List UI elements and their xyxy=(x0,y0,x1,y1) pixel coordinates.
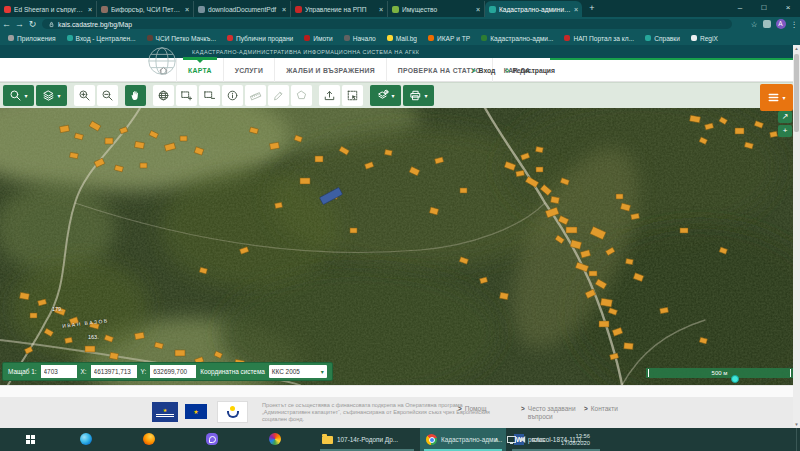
show-desktop-button[interactable] xyxy=(796,428,800,451)
bookmark-favicon xyxy=(481,35,487,41)
lock-icon xyxy=(48,21,55,28)
hamburger-menu-icon xyxy=(767,91,780,104)
x-coordinate-input[interactable] xyxy=(91,365,137,378)
map-canvas[interactable]: 179. ИВАН ВАЗОВ 163. ↗ + Мащаб 1: X: Y: … xyxy=(0,108,793,385)
bookmark-favicon xyxy=(67,35,73,41)
extension-icon[interactable] xyxy=(763,20,771,28)
rect-plus-icon xyxy=(180,89,193,102)
bookmark-label: RegiX xyxy=(700,35,718,42)
maximize-button[interactable]: □ xyxy=(752,0,776,16)
bookmark-item[interactable]: ИКАР и ТР xyxy=(428,35,470,42)
scroll-down-icon[interactable]: ▼ xyxy=(793,422,800,427)
browser-tab[interactable]: Бифорсър, ЧСИ Петко Мачкъ... × xyxy=(97,1,194,17)
expand-map-button[interactable]: ↗ xyxy=(778,111,792,123)
tab-close-icon[interactable]: × xyxy=(282,6,286,13)
crs-value: ККС 2005 xyxy=(272,368,300,375)
clock[interactable]: 13:56 17/08/2020 xyxy=(546,428,590,451)
footer-link-contacts[interactable]: >Контакти xyxy=(584,405,618,412)
language-indicator[interactable]: ENG xyxy=(532,428,545,451)
footer-link-help[interactable]: >Помощ xyxy=(458,405,487,412)
crs-select[interactable]: ККС 2005 ▾ xyxy=(269,365,327,378)
zoom-in-button[interactable] xyxy=(74,85,95,106)
nav-item[interactable]: КАРТА xyxy=(176,58,223,82)
register-label: Регистрация xyxy=(512,67,555,74)
bookmark-item[interactable]: ЧСИ Петко Мачкъ... xyxy=(147,35,216,42)
new-tab-button[interactable]: + xyxy=(584,0,600,16)
import-tool-button[interactable] xyxy=(319,85,340,106)
legend-button[interactable]: ▾ xyxy=(370,85,401,106)
bookmark-item[interactable]: НАП Портал за кл... xyxy=(564,35,634,42)
forward-icon[interactable]: → xyxy=(13,19,26,29)
scrollbar-thumb[interactable] xyxy=(794,54,799,132)
browser-menu-icon[interactable]: ⋮ xyxy=(791,20,799,29)
overview-tool-button[interactable] xyxy=(153,85,174,106)
tab-close-icon[interactable]: × xyxy=(88,6,92,13)
browser-tab[interactable]: Имущество × xyxy=(388,1,485,17)
tab-close-icon[interactable]: × xyxy=(379,6,383,13)
footer-link-faq[interactable]: >Често задавани въпроси xyxy=(521,405,585,420)
edge-icon[interactable] xyxy=(80,433,92,445)
back-icon[interactable]: ← xyxy=(0,19,13,29)
tab-close-icon[interactable]: × xyxy=(476,6,480,13)
url-field[interactable]: kais.cadastre.bg/bg/Map xyxy=(42,19,732,29)
rect-minus-icon xyxy=(203,89,216,102)
reload-icon[interactable]: ↻ xyxy=(26,19,39,29)
tray-expand-icon[interactable]: ∧ xyxy=(494,428,499,451)
map-zoom-plus-button[interactable]: + xyxy=(778,125,792,137)
measure-tool-button[interactable] xyxy=(245,85,266,106)
login-link[interactable]: >Вход xyxy=(471,67,495,74)
bookmark-item[interactable]: Публични продани xyxy=(227,35,293,42)
search-tool-button[interactable]: ▾ xyxy=(3,85,34,106)
taskbar-window-label: 107-14г-Родопи Др... xyxy=(337,436,398,443)
colorful-app-icon[interactable] xyxy=(269,433,281,445)
side-panel-menu-button[interactable]: ▾ xyxy=(760,84,793,111)
bookmark-item[interactable]: Имоти xyxy=(304,35,333,42)
bookmark-star-icon[interactable]: ☆ xyxy=(751,20,758,29)
pan-tool-button[interactable] xyxy=(125,85,146,106)
browser-tab[interactable]: Управление на РПП × xyxy=(291,1,388,17)
chevron-down-icon: ▾ xyxy=(24,93,27,99)
zoom-rect-in-button[interactable] xyxy=(176,85,197,106)
tab-close-icon[interactable]: × xyxy=(574,6,578,13)
nav-item[interactable]: УСЛУГИ xyxy=(223,58,275,82)
bookmark-item[interactable]: RegiX xyxy=(691,35,718,42)
start-button[interactable] xyxy=(26,435,35,444)
page-scrollbar[interactable]: ▲ ▼ xyxy=(793,45,800,428)
register-link[interactable]: >Регистрация xyxy=(505,67,555,74)
polygon-tool-button[interactable] xyxy=(291,85,312,106)
browser-tab[interactable]: Ed Sheeran и съпругата му ... × xyxy=(0,1,97,17)
tab-title: Имущество xyxy=(402,6,473,13)
bookmark-item[interactable]: Кадастрално-адми... xyxy=(481,35,553,42)
viber-icon[interactable] xyxy=(206,433,218,445)
close-button[interactable]: × xyxy=(776,0,800,16)
bookmark-favicon xyxy=(304,35,310,41)
draw-tool-button[interactable] xyxy=(268,85,289,106)
footer-link-label: Често задавани въпроси xyxy=(528,405,580,420)
select-rect-button[interactable] xyxy=(342,85,363,106)
browser-tab[interactable]: downloadDocumentPdf × xyxy=(194,1,291,17)
bookmark-item[interactable]: Справки xyxy=(645,35,680,42)
scale-input[interactable] xyxy=(41,365,77,378)
browser-tab[interactable]: Кадастрално-административн... × xyxy=(485,1,582,17)
bookmark-item[interactable]: Mail.bg xyxy=(387,35,417,42)
zoom-out-button[interactable] xyxy=(97,85,118,106)
firefox-icon[interactable] xyxy=(143,433,155,445)
upload-icon xyxy=(323,89,336,102)
profile-avatar[interactable]: A xyxy=(776,19,786,29)
nav-item[interactable]: ЖАЛБИ И ВЪЗРАЖЕНИЯ xyxy=(274,58,386,82)
volume-icon[interactable] xyxy=(520,428,528,451)
bookmark-item[interactable]: Приложения xyxy=(8,35,56,42)
print-button[interactable]: ▾ xyxy=(403,85,434,106)
tab-close-icon[interactable]: × xyxy=(185,6,189,13)
y-coordinate-input[interactable] xyxy=(150,365,196,378)
taskbar-window-folder[interactable]: 107-14г-Родопи Др... xyxy=(316,428,418,451)
tray-date: 17/08/2020 xyxy=(561,440,590,447)
layers-tool-button[interactable]: ▾ xyxy=(36,85,67,106)
zoom-rect-out-button[interactable] xyxy=(199,85,220,106)
bookmark-item[interactable]: Вход - Централен... xyxy=(67,35,136,42)
bookmark-item[interactable]: Начало xyxy=(344,35,376,42)
network-icon[interactable] xyxy=(507,428,516,451)
scroll-up-icon[interactable]: ▲ xyxy=(793,46,800,51)
minimize-button[interactable]: – xyxy=(728,0,752,16)
info-tool-button[interactable] xyxy=(222,85,243,106)
